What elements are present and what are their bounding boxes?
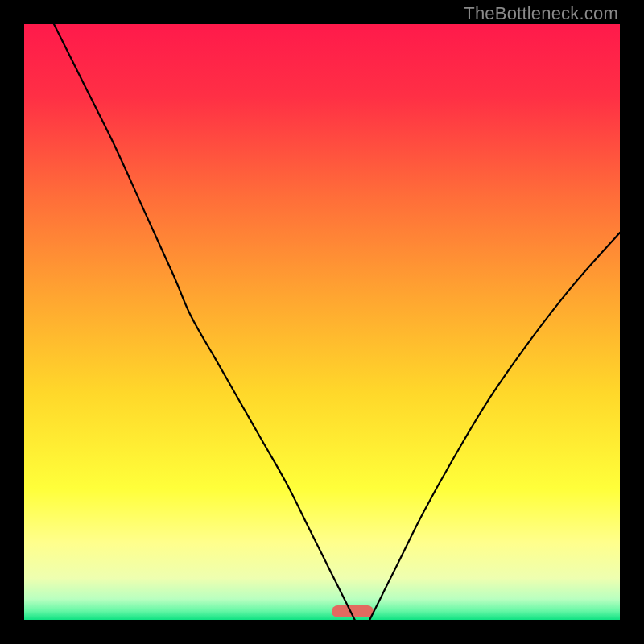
bottleneck-curve (24, 24, 620, 620)
chart-frame: TheBottleneck.com (0, 0, 644, 644)
plot-area (24, 24, 620, 620)
curve-right-path (369, 233, 620, 620)
watermark-text: TheBottleneck.com (464, 3, 618, 24)
curve-left-path (54, 24, 355, 620)
